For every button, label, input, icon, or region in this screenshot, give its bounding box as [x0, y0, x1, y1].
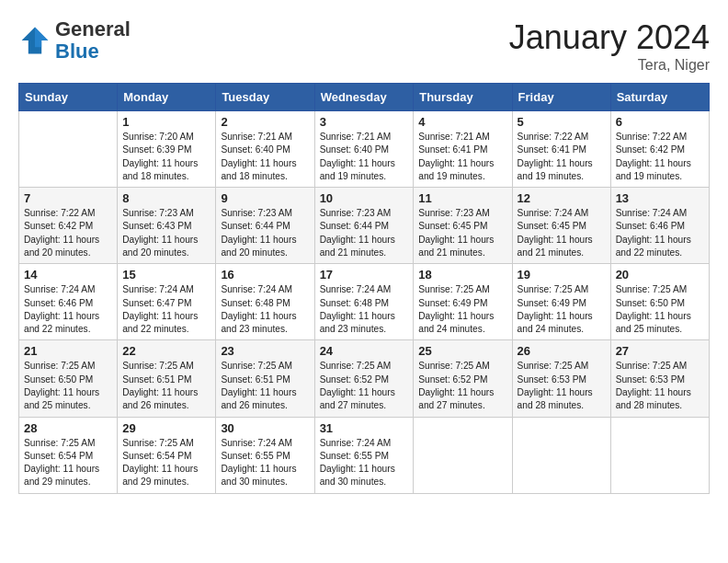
day-number: 16: [221, 268, 309, 282]
calendar-week-3: 14Sunrise: 7:24 AM Sunset: 6:46 PM Dayli…: [19, 264, 710, 340]
day-info: Sunrise: 7:24 AM Sunset: 6:55 PM Dayligh…: [221, 437, 309, 489]
calendar-cell: 3Sunrise: 7:21 AM Sunset: 6:40 PM Daylig…: [314, 111, 414, 188]
day-info: Sunrise: 7:21 AM Sunset: 6:40 PM Dayligh…: [320, 131, 409, 183]
day-number: 2: [221, 115, 309, 129]
calendar-cell: 27Sunrise: 7:25 AM Sunset: 6:53 PM Dayli…: [610, 340, 709, 417]
calendar-cell: 14Sunrise: 7:24 AM Sunset: 6:46 PM Dayli…: [19, 264, 118, 340]
day-info: Sunrise: 7:25 AM Sunset: 6:51 PM Dayligh…: [221, 360, 309, 412]
calendar-cell: 2Sunrise: 7:21 AM Sunset: 6:40 PM Daylig…: [216, 111, 314, 188]
calendar-cell: 18Sunrise: 7:25 AM Sunset: 6:49 PM Dayli…: [414, 264, 512, 340]
day-info: Sunrise: 7:24 AM Sunset: 6:48 PM Dayligh…: [221, 283, 309, 336]
day-info: Sunrise: 7:25 AM Sunset: 6:53 PM Dayligh…: [616, 360, 704, 412]
calendar-cell: 1Sunrise: 7:20 AM Sunset: 6:39 PM Daylig…: [118, 111, 216, 188]
day-info: Sunrise: 7:24 AM Sunset: 6:45 PM Dayligh…: [518, 207, 606, 259]
calendar-cell: 31Sunrise: 7:24 AM Sunset: 6:55 PM Dayli…: [314, 417, 414, 493]
logo: General Blue: [18, 18, 131, 63]
title-section: January 2024 Tera, Niger: [509, 18, 710, 74]
day-info: Sunrise: 7:23 AM Sunset: 6:43 PM Dayligh…: [122, 207, 210, 259]
day-info: Sunrise: 7:21 AM Sunset: 6:41 PM Dayligh…: [418, 131, 506, 183]
day-info: Sunrise: 7:25 AM Sunset: 6:53 PM Dayligh…: [518, 360, 606, 412]
calendar-week-4: 21Sunrise: 7:25 AM Sunset: 6:50 PM Dayli…: [19, 340, 710, 417]
calendar-cell: 16Sunrise: 7:24 AM Sunset: 6:48 PM Dayli…: [216, 264, 314, 340]
day-info: Sunrise: 7:25 AM Sunset: 6:49 PM Dayligh…: [418, 283, 506, 336]
day-number: 28: [24, 421, 112, 435]
day-number: 11: [418, 191, 506, 205]
calendar-cell: [414, 417, 512, 493]
day-number: 15: [122, 268, 210, 282]
day-number: 25: [418, 344, 506, 358]
calendar-cell: 4Sunrise: 7:21 AM Sunset: 6:41 PM Daylig…: [414, 111, 512, 188]
day-info: Sunrise: 7:22 AM Sunset: 6:41 PM Dayligh…: [518, 131, 606, 183]
calendar-cell: 8Sunrise: 7:23 AM Sunset: 6:43 PM Daylig…: [118, 188, 216, 264]
weekday-header-monday: Monday: [118, 84, 216, 111]
svg-marker-1: [35, 28, 48, 48]
day-number: 5: [518, 115, 606, 129]
calendar-cell: 23Sunrise: 7:25 AM Sunset: 6:51 PM Dayli…: [216, 340, 314, 417]
day-info: Sunrise: 7:22 AM Sunset: 6:42 PM Dayligh…: [24, 207, 112, 259]
calendar-week-1: 1Sunrise: 7:20 AM Sunset: 6:39 PM Daylig…: [19, 111, 710, 188]
calendar-cell: 11Sunrise: 7:23 AM Sunset: 6:45 PM Dayli…: [414, 188, 512, 264]
logo-icon: [18, 24, 51, 57]
weekday-header-wednesday: Wednesday: [314, 84, 414, 111]
weekday-header-friday: Friday: [512, 84, 610, 111]
day-number: 31: [320, 421, 409, 435]
day-number: 6: [616, 115, 704, 129]
day-info: Sunrise: 7:24 AM Sunset: 6:48 PM Dayligh…: [320, 283, 409, 336]
day-number: 23: [221, 344, 309, 358]
calendar-cell: 12Sunrise: 7:24 AM Sunset: 6:45 PM Dayli…: [512, 188, 610, 264]
logo-blue-text: Blue: [55, 40, 99, 63]
calendar-cell: 21Sunrise: 7:25 AM Sunset: 6:50 PM Dayli…: [19, 340, 118, 417]
calendar-cell: 20Sunrise: 7:25 AM Sunset: 6:50 PM Dayli…: [610, 264, 709, 340]
day-number: 8: [122, 191, 210, 205]
calendar-cell: 15Sunrise: 7:24 AM Sunset: 6:47 PM Dayli…: [118, 264, 216, 340]
calendar-cell: 29Sunrise: 7:25 AM Sunset: 6:54 PM Dayli…: [118, 417, 216, 493]
day-number: 7: [24, 191, 112, 205]
calendar-week-5: 28Sunrise: 7:25 AM Sunset: 6:54 PM Dayli…: [19, 417, 710, 493]
weekday-header-row: SundayMondayTuesdayWednesdayThursdayFrid…: [19, 84, 710, 111]
day-info: Sunrise: 7:25 AM Sunset: 6:52 PM Dayligh…: [320, 360, 409, 412]
calendar-cell: 26Sunrise: 7:25 AM Sunset: 6:53 PM Dayli…: [512, 340, 610, 417]
day-number: 29: [122, 421, 210, 435]
month-title: January 2024: [509, 18, 710, 57]
calendar-table: SundayMondayTuesdayWednesdayThursdayFrid…: [18, 83, 710, 494]
day-info: Sunrise: 7:25 AM Sunset: 6:52 PM Dayligh…: [418, 360, 506, 412]
day-info: Sunrise: 7:25 AM Sunset: 6:49 PM Dayligh…: [518, 283, 606, 336]
calendar-cell: 25Sunrise: 7:25 AM Sunset: 6:52 PM Dayli…: [414, 340, 512, 417]
calendar-cell: [19, 111, 118, 188]
day-info: Sunrise: 7:25 AM Sunset: 6:51 PM Dayligh…: [122, 360, 210, 412]
page-header: General Blue January 2024 Tera, Niger: [18, 18, 710, 74]
day-number: 24: [320, 344, 409, 358]
day-number: 19: [518, 268, 606, 282]
day-number: 21: [24, 344, 112, 358]
day-number: 3: [320, 115, 409, 129]
day-number: 4: [418, 115, 506, 129]
calendar-cell: [512, 417, 610, 493]
day-number: 22: [122, 344, 210, 358]
day-info: Sunrise: 7:23 AM Sunset: 6:44 PM Dayligh…: [221, 207, 309, 259]
day-info: Sunrise: 7:25 AM Sunset: 6:50 PM Dayligh…: [24, 360, 112, 412]
day-number: 26: [518, 344, 606, 358]
day-number: 1: [122, 115, 210, 129]
day-number: 20: [616, 268, 704, 282]
logo-general-text: General: [55, 17, 131, 40]
calendar-cell: 24Sunrise: 7:25 AM Sunset: 6:52 PM Dayli…: [314, 340, 414, 417]
day-info: Sunrise: 7:22 AM Sunset: 6:42 PM Dayligh…: [616, 131, 704, 183]
day-number: 17: [320, 268, 409, 282]
calendar-cell: [610, 417, 709, 493]
calendar-cell: 30Sunrise: 7:24 AM Sunset: 6:55 PM Dayli…: [216, 417, 314, 493]
weekday-header-saturday: Saturday: [610, 84, 709, 111]
day-number: 30: [221, 421, 309, 435]
day-info: Sunrise: 7:24 AM Sunset: 6:46 PM Dayligh…: [24, 283, 112, 336]
weekday-header-tuesday: Tuesday: [216, 84, 314, 111]
day-info: Sunrise: 7:21 AM Sunset: 6:40 PM Dayligh…: [221, 131, 309, 183]
day-info: Sunrise: 7:25 AM Sunset: 6:54 PM Dayligh…: [122, 437, 210, 489]
calendar-cell: 19Sunrise: 7:25 AM Sunset: 6:49 PM Dayli…: [512, 264, 610, 340]
calendar-cell: 17Sunrise: 7:24 AM Sunset: 6:48 PM Dayli…: [314, 264, 414, 340]
calendar-cell: 13Sunrise: 7:24 AM Sunset: 6:46 PM Dayli…: [610, 188, 709, 264]
day-number: 27: [616, 344, 704, 358]
calendar-cell: 22Sunrise: 7:25 AM Sunset: 6:51 PM Dayli…: [118, 340, 216, 417]
calendar-cell: 10Sunrise: 7:23 AM Sunset: 6:44 PM Dayli…: [314, 188, 414, 264]
day-info: Sunrise: 7:25 AM Sunset: 6:54 PM Dayligh…: [24, 437, 112, 489]
weekday-header-sunday: Sunday: [19, 84, 118, 111]
day-number: 13: [616, 191, 704, 205]
